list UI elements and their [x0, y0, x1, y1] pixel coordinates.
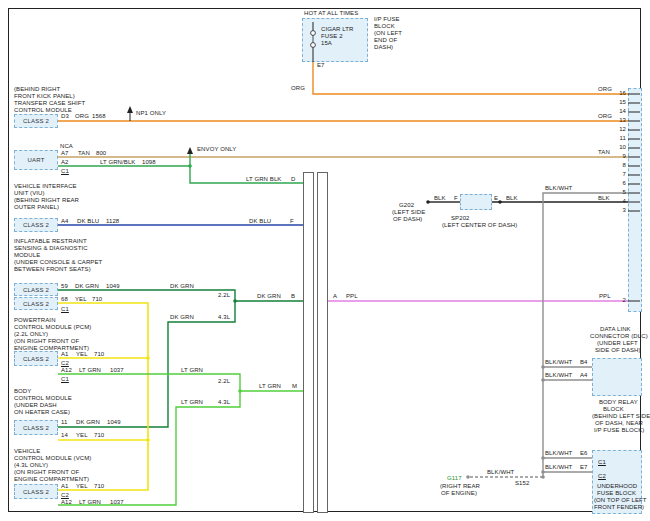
label-inflatable-restraint-45: INFLATABLE RESTRAINT — [14, 238, 87, 245]
label-lt-grn-75: LT GRN — [79, 367, 101, 374]
label-lt-grn-blk-31: LT GRN/BLK — [100, 159, 135, 166]
label-15a-3: 15A — [321, 40, 332, 47]
label-cigar-ltr-1: CIGAR LTR — [321, 26, 353, 33]
label-1098-32: 1098 — [142, 159, 156, 166]
label-sp202-113: SP202 — [451, 215, 470, 222]
label-a1-99: A1 — [61, 483, 69, 490]
label-a2-29: A2 — [61, 159, 69, 166]
label-on-top-of-left-132: (ON TOP OF LEFT — [594, 497, 647, 504]
label-1049-52: 1049 — [106, 283, 120, 290]
label-right-rear-135: (RIGHT REAR — [440, 483, 480, 490]
label-behind-right-17: (BEHIND RIGHT — [14, 86, 60, 93]
label-f-110: F — [454, 195, 458, 202]
label-i-p-fuse-4: I/P FUSE — [374, 16, 400, 23]
label-a-63: A — [333, 293, 337, 300]
label-c2-102: C2 — [61, 492, 69, 499]
label-lt-grn-104: LT GRN — [79, 499, 101, 506]
label-1049-90: 1049 — [107, 419, 121, 426]
text-labels: 1615141312111098765432HOT AT ALL TIMESCI… — [0, 0, 650, 521]
label-c1-30: C1 — [61, 168, 69, 175]
label-on-right-front-of-68: (ON RIGHT FRONT OF — [14, 338, 79, 345]
label-1128-42: 1128 — [106, 218, 119, 225]
label-b-60: B — [291, 293, 295, 300]
label-c2-73: C2 — [61, 360, 69, 367]
dlc-pin-number-4: 4 — [623, 198, 626, 205]
label-1568-23: 1568 — [92, 113, 106, 120]
label-11-88: 11 — [61, 419, 67, 426]
label-nca-25: NCA — [60, 143, 73, 150]
label-c1-128: C1 — [598, 459, 606, 466]
label-800-28: 800 — [96, 150, 106, 157]
label-body-relay-119: BODY RELAY — [599, 399, 638, 406]
label-blk-112: BLK — [506, 195, 518, 202]
label-data-link-139: DATA LINK — [600, 326, 631, 333]
label-dk-blu-43: DK BLU — [249, 218, 271, 225]
label-i-p-fuse-block-123: I/P FUSE BLOCK) — [594, 427, 644, 434]
label-4-3l-81: 4.3L — [218, 399, 230, 406]
label-on-right-front-of-97: (ON RIGHT FRONT OF — [14, 469, 79, 476]
label-g202-106: G202 — [399, 202, 414, 209]
label-lt-grn-78: LT GRN — [181, 367, 203, 374]
label-blk-wht-126: BLK/WHT — [545, 464, 572, 471]
dlc-pin-number-7: 7 — [623, 171, 626, 178]
label-front-fender-133: FRONT FENDER) — [594, 504, 644, 511]
label-blk-109: BLK — [434, 195, 446, 202]
label-s152-138: S152 — [515, 480, 529, 487]
label-ppl-16: PPL — [599, 293, 611, 300]
label-between-front-seats-49: BETWEEN FRONT SEATS) — [14, 266, 91, 273]
dlc-pin-number-2: 2 — [623, 297, 626, 304]
label-710-72: 710 — [94, 351, 104, 358]
label-a7-26: A7 — [61, 150, 69, 157]
label-ppl-64: PPL — [346, 293, 358, 300]
label-2-2l-58: 2.2L — [218, 292, 230, 299]
label-underhood-130: UNDERHOOD — [597, 483, 637, 490]
dlc-pin-number-5: 5 — [623, 189, 626, 196]
label-end-of-7: END OF — [374, 37, 397, 44]
label-dk-grn-51: DK GRN — [75, 283, 99, 290]
label-2-2l-only-67: (2.2L ONLY) — [14, 331, 48, 338]
wiring-diagram: CLASS 2UARTCLASS 2CLASS 2CLASS 2CLASS 2C… — [0, 0, 650, 521]
label-hot-at-all-times-0: HOT AT ALL TIMES — [304, 10, 358, 17]
label-block-5: BLOCK — [374, 23, 395, 30]
label-e7-127: E7 — [580, 464, 588, 471]
label-e6-125: E6 — [580, 450, 588, 457]
label-yel-71: YEL — [76, 351, 88, 358]
label-body-84: BODY — [14, 388, 31, 395]
label-g117-134: G117 — [447, 475, 462, 482]
label-68-53: 68 — [61, 296, 68, 303]
label-c1-77: C1 — [61, 376, 69, 383]
label-4-3l-only-96: (4.3L ONLY) — [14, 462, 48, 469]
dlc-pin-number-8: 8 — [623, 162, 626, 169]
label-of-dash-near-122: OF DASH, NEAR — [595, 420, 643, 427]
label-on-heater-case-87: ON HEATER CASE) — [14, 409, 70, 416]
label-d3-21: D3 — [61, 113, 69, 120]
label-of-dash-108: OF DASH) — [393, 216, 422, 223]
label-dk-grn-89: DK GRN — [76, 419, 100, 426]
dlc-pin-number-9: 9 — [623, 153, 626, 160]
dlc-pin-number-15: 15 — [619, 99, 626, 106]
dlc-pin-number-12: 12 — [619, 126, 626, 133]
label-block-120: BLOCK — [603, 406, 624, 413]
label-org-11: ORG — [598, 86, 612, 93]
label-blk-wht-117: BLK/WHT — [545, 372, 572, 379]
label-control-module-vcm-95: CONTROL MODULE (VCM) — [14, 455, 91, 462]
label-a4-118: A4 — [580, 372, 588, 379]
label-sensing-diagnostic-46: SENSING & DIAGNOSTIC — [14, 245, 88, 252]
label-a12-74: A12 — [61, 367, 72, 374]
dlc-pin-number-14: 14 — [619, 108, 626, 115]
label-dk-blu-41: DK BLU — [77, 218, 99, 225]
label-lt-grn-80: LT GRN — [181, 399, 203, 406]
label-lt-grn-blk-34: LT GRN BLK — [246, 176, 281, 183]
label-710-101: 710 — [94, 483, 104, 490]
label-under-console-carpet-48: (UNDER CONSOLE & CARPET — [14, 259, 102, 266]
label-1037-76: 1037 — [110, 367, 124, 374]
label-tan-27: TAN — [78, 150, 90, 157]
label-blk-wht-115: BLK/WHT — [545, 359, 572, 366]
label-side-of-dash-142: SIDE OF DASH) — [595, 347, 641, 354]
label-59-50: 59 — [61, 283, 68, 290]
label-connector-dlc-140: CONNECTOR (DLC) — [590, 333, 648, 340]
label-a12-103: A12 — [61, 499, 72, 506]
label-org-12: ORG — [598, 113, 612, 120]
dlc-pin-number-11: 11 — [620, 135, 626, 142]
label-710-93: 710 — [94, 432, 104, 439]
